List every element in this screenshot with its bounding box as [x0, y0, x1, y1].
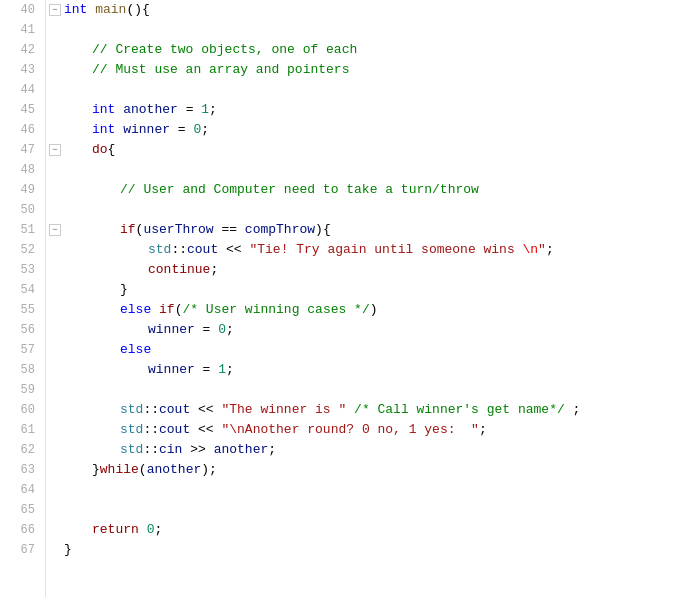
code-token: ;	[546, 240, 554, 260]
indent-spacer	[64, 280, 120, 300]
code-line: winner = 0;	[46, 320, 696, 340]
code-line: }while(another);	[46, 460, 696, 480]
code-token: 0	[193, 120, 201, 140]
code-token: "\nAnother round? 0 no, 1 yes: "	[221, 420, 478, 440]
code-token: while	[100, 460, 139, 480]
indent-spacer	[64, 320, 148, 340]
code-token: std	[148, 240, 171, 260]
line-number: 57	[0, 340, 35, 360]
code-token: ==	[214, 220, 245, 240]
indent-spacer	[64, 220, 120, 240]
code-token: // Create two objects, one of each	[92, 40, 357, 60]
code-token: ;	[226, 320, 234, 340]
code-token	[115, 120, 123, 140]
line-number: 63	[0, 460, 35, 480]
line-number: 42	[0, 40, 35, 60]
code-token: (	[136, 220, 144, 240]
code-token: ){	[315, 220, 331, 240]
code-token: do	[92, 140, 108, 160]
code-token: another	[147, 460, 202, 480]
code-line: // Must use an array and pointers	[46, 60, 696, 80]
code-token: }	[64, 540, 72, 560]
code-token: )	[370, 300, 378, 320]
code-token: another	[123, 100, 178, 120]
code-token: ::	[143, 440, 159, 460]
code-token: ;	[565, 400, 581, 420]
code-token: std	[120, 420, 143, 440]
code-token: 1	[218, 360, 226, 380]
indent-spacer	[64, 140, 92, 160]
code-token: 1	[201, 100, 209, 120]
line-number-gutter: 4041424344454647484950515253545556575859…	[0, 0, 46, 597]
fold-collapse-icon[interactable]: −	[49, 4, 61, 16]
fold-collapse-icon[interactable]: −	[49, 144, 61, 156]
line-number: 46	[0, 120, 35, 140]
line-number: 51	[0, 220, 35, 240]
code-token: userThrow	[143, 220, 213, 240]
code-token: <<	[190, 400, 221, 420]
code-token: }	[92, 460, 100, 480]
code-token: ;	[201, 120, 209, 140]
code-token: std	[120, 400, 143, 420]
code-token: winner	[148, 320, 195, 340]
code-line: int winner = 0;	[46, 120, 696, 140]
line-number: 44	[0, 80, 35, 100]
line-number: 67	[0, 540, 35, 560]
code-token: ;	[226, 360, 234, 380]
line-number: 54	[0, 280, 35, 300]
code-token: cout	[159, 420, 190, 440]
code-token: continue	[148, 260, 210, 280]
code-line: }	[46, 540, 696, 560]
line-number: 64	[0, 480, 35, 500]
line-number: 47	[0, 140, 35, 160]
indent-spacer	[64, 340, 120, 360]
code-line: −if(userThrow == compThrow){	[46, 220, 696, 240]
code-token: // Must use an array and pointers	[92, 60, 349, 80]
code-token: /* Call winner's get name*/	[354, 400, 565, 420]
code-token: /* User winning cases */	[182, 300, 369, 320]
fold-gutter[interactable]: −	[46, 4, 64, 16]
code-line: else if(/* User winning cases */)	[46, 300, 696, 320]
code-line: else	[46, 340, 696, 360]
code-token: {	[108, 140, 116, 160]
code-line: std::cout << "Tie! Try again until someo…	[46, 240, 696, 260]
fold-collapse-icon[interactable]: −	[49, 224, 61, 236]
code-token: );	[201, 460, 217, 480]
code-line: int another = 1;	[46, 100, 696, 120]
indent-spacer	[64, 240, 148, 260]
line-number: 65	[0, 500, 35, 520]
code-token: <<	[218, 240, 249, 260]
line-number: 60	[0, 400, 35, 420]
code-token: int	[64, 0, 87, 20]
code-line: // User and Computer need to take a turn…	[46, 180, 696, 200]
fold-gutter[interactable]: −	[46, 144, 64, 156]
fold-gutter[interactable]: −	[46, 224, 64, 236]
code-token: cout	[187, 240, 218, 260]
code-token: ;	[268, 440, 276, 460]
code-token: ::	[143, 400, 159, 420]
code-token	[87, 0, 95, 20]
code-token: ::	[143, 420, 159, 440]
code-token: std	[120, 440, 143, 460]
code-token: (	[175, 300, 183, 320]
code-line: continue;	[46, 260, 696, 280]
code-line: // Create two objects, one of each	[46, 40, 696, 60]
code-token: <<	[190, 420, 221, 440]
code-token: }	[120, 280, 128, 300]
code-token: 0	[147, 520, 155, 540]
code-token	[346, 400, 354, 420]
line-number: 50	[0, 200, 35, 220]
code-token: =	[195, 320, 218, 340]
code-line: −do{	[46, 140, 696, 160]
code-token: compThrow	[245, 220, 315, 240]
line-number: 43	[0, 60, 35, 80]
code-token	[115, 100, 123, 120]
line-number: 66	[0, 520, 35, 540]
code-line: winner = 1;	[46, 360, 696, 380]
indent-spacer	[64, 400, 120, 420]
code-token: ::	[171, 240, 187, 260]
code-line	[46, 20, 696, 40]
indent-spacer	[64, 120, 92, 140]
code-token: else	[120, 300, 151, 320]
line-number: 61	[0, 420, 35, 440]
